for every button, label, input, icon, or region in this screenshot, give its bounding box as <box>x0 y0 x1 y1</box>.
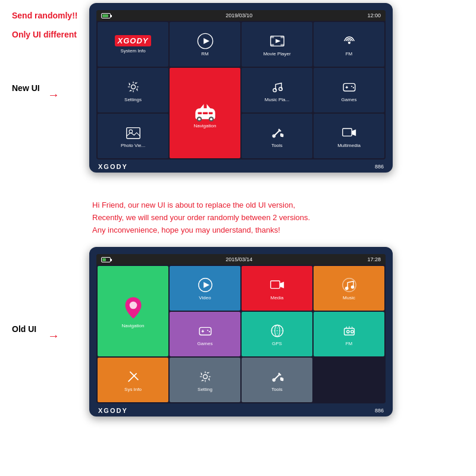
svg-point-37 <box>345 286 349 290</box>
cell-settings-label: Settings <box>124 97 142 102</box>
svg-point-23 <box>351 86 352 87</box>
middle-text-block: Hi Friend, our new UI is about to replac… <box>92 199 470 236</box>
cell-fm-label: FM <box>346 51 353 57</box>
svg-point-53 <box>203 374 207 378</box>
only-ui-text: Only UI different <box>12 30 77 39</box>
svg-marker-1 <box>203 38 209 44</box>
svg-point-32 <box>129 301 137 309</box>
old-cell-music[interactable]: Music <box>314 266 384 311</box>
cell-music-label: Music Pla... <box>265 97 289 102</box>
svg-line-54 <box>273 375 279 381</box>
cell-multimedia[interactable]: Multimedia <box>314 114 384 158</box>
old-cell-video[interactable]: Video <box>170 266 240 311</box>
svg-point-36 <box>342 278 355 291</box>
old-device-bottom-bar: XGODY 886 <box>89 407 393 414</box>
svg-marker-7 <box>275 39 280 43</box>
old-cell-media-label: Media <box>271 295 284 300</box>
old-cell-games-label: Games <box>198 341 213 346</box>
svg-rect-31 <box>342 129 351 136</box>
old-cell-fm[interactable]: FM <box>314 312 384 356</box>
svg-point-50 <box>350 330 353 333</box>
middle-text-line3: Any inconvenience, hope you may understa… <box>92 224 470 237</box>
new-ui-screen: 2019/03/10 12:00 XGODY System Info <box>96 10 386 159</box>
cell-tools-label: Tools <box>271 143 283 148</box>
old-cell-setting[interactable]: Setting <box>170 358 240 402</box>
svg-rect-35 <box>270 281 279 289</box>
cell-movie-player[interactable]: Movie Player <box>242 22 312 67</box>
new-ui-label: New UI <box>12 83 40 93</box>
svg-rect-4 <box>280 36 284 38</box>
cell-photo[interactable]: Photo Vie... <box>98 114 168 158</box>
cell-tools[interactable]: Tools <box>242 114 312 158</box>
svg-point-43 <box>208 331 209 332</box>
old-cell-gps[interactable]: GPS <box>242 312 312 356</box>
svg-line-27 <box>273 131 279 137</box>
old-cell-sys-info-label: Sys Info <box>124 387 142 392</box>
svg-rect-12 <box>203 102 206 108</box>
old-ui-screen: 2015/03/14 17:28 Navigation <box>96 254 386 403</box>
cell-settings[interactable]: Settings <box>98 68 168 112</box>
new-ui-arrow: → <box>48 88 60 102</box>
old-cell-navigation[interactable]: Navigation <box>98 266 168 356</box>
svg-marker-34 <box>203 282 209 288</box>
old-cell-video-label: Video <box>199 295 211 300</box>
svg-rect-6 <box>280 43 284 46</box>
cell-movie-player-label: Movie Player <box>263 51 290 57</box>
old-cell-navigation-label: Navigation <box>122 323 145 328</box>
cell-photo-label: Photo Vie... <box>121 143 145 148</box>
old-cell-sys-info[interactable]: Sys Info <box>98 358 168 402</box>
cell-system-info[interactable]: XGODY System Info <box>98 22 168 67</box>
old-cell-games[interactable]: Games <box>170 312 240 356</box>
old-ui-device: 2015/03/14 17:28 Navigation <box>89 247 393 416</box>
old-ui-label: Old UI <box>12 324 36 334</box>
svg-point-42 <box>207 330 208 331</box>
old-cell-music-label: Music <box>343 295 355 300</box>
new-device-model: 886 <box>375 164 384 170</box>
cell-system-info-label: System Info <box>120 48 145 54</box>
old-ui-time: 17:28 <box>367 256 381 262</box>
svg-point-38 <box>350 285 354 289</box>
middle-text-line1: Hi Friend, our new UI is about to replac… <box>92 199 470 212</box>
old-device-model: 886 <box>375 408 384 414</box>
cell-navigation-label: Navigation <box>194 123 217 129</box>
new-ui-status-bar: 2019/03/10 12:00 <box>96 10 386 21</box>
cell-games[interactable]: Games <box>314 68 384 112</box>
old-cell-tools[interactable]: Tools <box>242 358 312 402</box>
cell-games-label: Games <box>342 97 357 102</box>
cell-rm-label: RM <box>201 51 208 57</box>
svg-point-14 <box>209 118 212 120</box>
svg-rect-17 <box>208 112 212 114</box>
cell-fm[interactable]: FM <box>314 22 384 67</box>
old-ui-status-bar: 2015/03/14 17:28 <box>96 254 386 265</box>
cell-multimedia-label: Multimedia <box>337 143 361 148</box>
svg-point-49 <box>346 330 349 333</box>
svg-rect-15 <box>198 112 202 114</box>
cell-music[interactable]: Music Pla... <box>242 68 312 112</box>
svg-point-9 <box>131 84 135 89</box>
svg-point-24 <box>352 87 353 88</box>
new-ui-device: 2019/03/10 12:00 XGODY System Info <box>89 3 393 173</box>
old-cell-fm-label: FM <box>346 341 353 346</box>
old-cell-tools-label: Tools <box>271 387 283 392</box>
middle-text-line2: Recently, we will send your order random… <box>92 212 470 224</box>
old-ui-arrow: → <box>48 329 60 343</box>
svg-point-13 <box>198 118 200 120</box>
old-ui-date: 2015/03/14 <box>226 256 252 262</box>
svg-point-8 <box>347 41 350 43</box>
cell-rm[interactable]: RM <box>170 22 240 67</box>
old-cell-setting-label: Setting <box>198 387 212 392</box>
send-randomly-text: Send randomly!! <box>12 11 77 20</box>
new-device-brand: XGODY <box>98 163 128 170</box>
svg-rect-16 <box>202 112 207 114</box>
old-device-brand: XGODY <box>98 407 128 414</box>
cell-navigation[interactable]: Navigation <box>170 68 240 158</box>
svg-rect-25 <box>126 127 139 138</box>
new-device-bottom-bar: XGODY 886 <box>89 163 393 170</box>
svg-rect-3 <box>270 36 274 38</box>
old-cell-media[interactable]: Media <box>242 266 312 311</box>
new-ui-time: 12:00 <box>367 12 381 18</box>
new-ui-date: 2019/03/10 <box>226 12 252 18</box>
svg-point-18 <box>273 88 277 92</box>
old-cell-gps-label: GPS <box>272 341 282 346</box>
svg-rect-5 <box>270 43 274 46</box>
